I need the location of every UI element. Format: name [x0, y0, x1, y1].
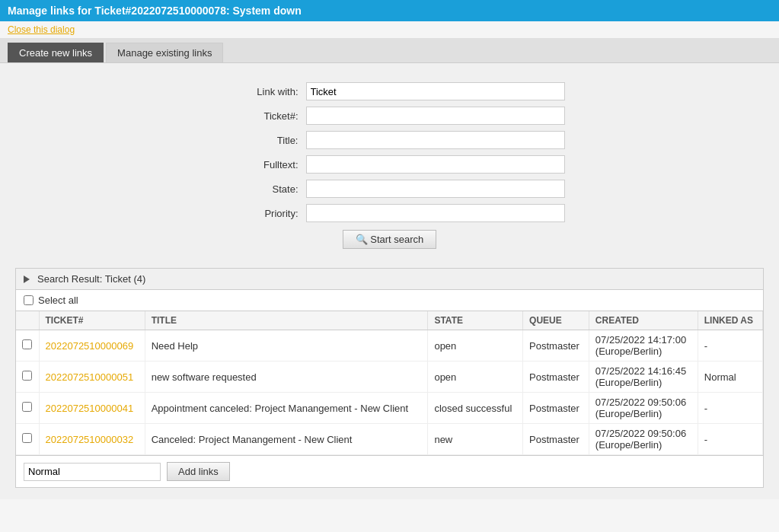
ticket-link-2[interactable]: 2022072510000051	[46, 371, 134, 383]
ticket-num-label: Ticket#:	[215, 110, 306, 122]
cell-queue: Postmaster	[523, 393, 589, 424]
fulltext-label: Fulltext:	[215, 159, 306, 170]
search-result-title: Search Result: Ticket (4)	[37, 273, 145, 285]
select-all-checkbox[interactable]	[24, 295, 34, 305]
col-queue: QUEUE	[523, 311, 589, 330]
cell-state: closed successful	[428, 393, 523, 424]
cell-queue: Postmaster	[523, 362, 589, 393]
search-result-section: Search Result: Ticket (4) Select all TIC…	[15, 268, 764, 488]
cell-created: 07/25/2022 14:16:45 (Europe/Berlin)	[589, 362, 698, 393]
link-with-input[interactable]	[306, 82, 565, 100]
cell-state: open	[428, 362, 523, 393]
cell-created: 07/25/2022 14:17:00 (Europe/Berlin)	[589, 330, 698, 362]
start-search-button[interactable]: 🔍 Start search	[343, 230, 437, 249]
content-area: Link with: Ticket#: Title: Fulltext: Sta…	[0, 63, 779, 499]
col-checkbox	[16, 311, 39, 330]
tab-manage-existing-links[interactable]: Manage existing links	[106, 43, 223, 62]
title-row: Title:	[15, 131, 764, 149]
state-label: State:	[215, 183, 306, 195]
footer-bar: Add links	[16, 455, 763, 487]
title-label: Title:	[215, 135, 306, 146]
close-dialog-link[interactable]: Close this dialog	[0, 21, 82, 38]
state-input[interactable]	[306, 180, 565, 198]
tabs-bar: Create new links Manage existing links	[0, 38, 779, 63]
ticket-link-4[interactable]: 2022072510000032	[46, 434, 134, 445]
col-linked-as: LINKED AS	[698, 311, 762, 330]
search-result-header: Search Result: Ticket (4)	[16, 269, 763, 290]
results-table: TICKET# TITLE STATE QUEUE CREATED LINKED…	[16, 311, 763, 455]
cell-queue: Postmaster	[523, 330, 589, 362]
search-form: Link with: Ticket#: Title: Fulltext: Sta…	[15, 75, 764, 260]
ticket-num-row: Ticket#:	[15, 107, 764, 125]
fulltext-input[interactable]	[306, 155, 565, 174]
cell-created: 07/25/2022 09:50:06 (Europe/Berlin)	[589, 393, 698, 424]
add-links-button[interactable]: Add links	[167, 462, 230, 481]
select-all-row: Select all	[16, 290, 763, 311]
search-button-row: 🔍 Start search	[15, 230, 764, 249]
ticket-link-3[interactable]: 2022072510000041	[46, 403, 134, 414]
col-state: STATE	[428, 311, 523, 330]
col-ticket-num: TICKET#	[39, 311, 145, 330]
table-row: 2022072510000051new software requestedop…	[16, 362, 763, 393]
priority-input[interactable]	[306, 204, 565, 222]
cell-queue: Postmaster	[523, 424, 589, 455]
link-type-input[interactable]	[24, 463, 161, 481]
link-with-label: Link with:	[215, 86, 306, 97]
fulltext-row: Fulltext:	[15, 155, 764, 174]
triangle-icon	[24, 276, 30, 283]
ticket-num-input[interactable]	[306, 107, 565, 125]
cell-state: new	[428, 424, 523, 455]
ticket-link-1[interactable]: 2022072510000069	[46, 340, 134, 352]
cell-title: Appointment canceled: Project Manangemen…	[145, 393, 428, 424]
table-header-row: TICKET# TITLE STATE QUEUE CREATED LINKED…	[16, 311, 763, 330]
table-row: 2022072510000032Canceled: Project Manang…	[16, 424, 763, 455]
cell-title: Canceled: Project Manangement - New Clie…	[145, 424, 428, 455]
table-row: 2022072510000041Appointment canceled: Pr…	[16, 393, 763, 424]
dialog-header: Manage links for Ticket#2022072510000078…	[0, 0, 779, 21]
row-checkbox-4[interactable]	[22, 433, 32, 443]
col-created: CREATED	[589, 311, 698, 330]
row-checkbox-2[interactable]	[22, 371, 32, 381]
tab-create-new-links[interactable]: Create new links	[8, 43, 104, 62]
title-input[interactable]	[306, 131, 565, 149]
cell-title: Need Help	[145, 330, 428, 362]
cell-linked-as: -	[698, 330, 762, 362]
dialog-title: Manage links for Ticket#2022072510000078…	[8, 5, 302, 17]
col-title: TITLE	[145, 311, 428, 330]
cell-linked-as: -	[698, 424, 762, 455]
cell-linked-as: Normal	[698, 362, 762, 393]
cell-linked-as: -	[698, 393, 762, 424]
table-row: 2022072510000069Need HelpopenPostmaster0…	[16, 330, 763, 362]
cell-title: new software requested	[145, 362, 428, 393]
state-row: State:	[15, 180, 764, 198]
row-checkbox-3[interactable]	[22, 402, 32, 412]
link-with-row: Link with:	[15, 82, 764, 100]
select-all-label[interactable]: Select all	[38, 295, 78, 306]
cell-state: open	[428, 330, 523, 362]
cell-created: 07/25/2022 09:50:06 (Europe/Berlin)	[589, 424, 698, 455]
priority-label: Priority:	[215, 208, 306, 219]
priority-row: Priority:	[15, 204, 764, 222]
row-checkbox-1[interactable]	[22, 339, 32, 349]
